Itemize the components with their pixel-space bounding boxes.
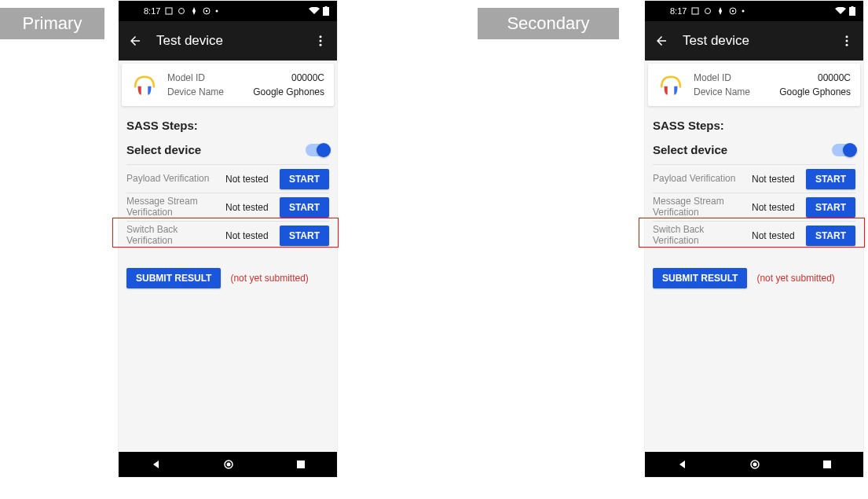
model-id-value: 00000C (818, 72, 851, 83)
model-id-label: Model ID (694, 72, 731, 83)
svg-point-14 (705, 9, 711, 14)
test-row-payload: Payload Verification Not tested START (653, 164, 855, 193)
test-name: Message Stream Verification (126, 196, 221, 217)
battery-icon (323, 6, 329, 16)
more-icon[interactable] (840, 34, 854, 48)
nav-home-icon[interactable] (749, 459, 760, 470)
status-icon-1 (165, 7, 173, 15)
svg-rect-19 (852, 6, 854, 8)
device-card: Model ID 00000C Device Name Google Gphon… (648, 64, 860, 106)
svg-rect-18 (849, 7, 855, 16)
device-card: Model ID 00000C Device Name Google Gphon… (122, 64, 334, 106)
device-name-label: Device Name (167, 86, 224, 97)
start-button[interactable]: START (280, 226, 329, 246)
svg-point-22 (846, 44, 848, 46)
status-bar: 8:17 (119, 1, 337, 21)
page-title: Test device (683, 33, 840, 49)
status-dot-icon (215, 9, 218, 13)
secondary-label: Secondary (478, 8, 619, 39)
nav-back-icon[interactable] (676, 459, 687, 470)
svg-point-7 (320, 35, 322, 38)
status-bar: 8:17 (645, 1, 863, 21)
device-name-value: Google Gphones (253, 86, 324, 97)
back-icon[interactable] (128, 34, 142, 48)
svg-rect-25 (823, 460, 831, 468)
test-row-payload: Payload Verification Not tested START (126, 164, 329, 193)
test-status: Not tested (752, 202, 801, 213)
svg-point-11 (226, 463, 230, 467)
submit-result-button[interactable]: SUBMIT RESULT (126, 268, 221, 288)
page-title: Test device (156, 33, 313, 49)
back-icon[interactable] (654, 34, 668, 48)
main-content: SASS Steps: Select device Payload Verifi… (645, 109, 863, 452)
status-icon-3 (716, 7, 724, 15)
submit-status: (not yet submitted) (230, 273, 308, 284)
battery-icon (849, 6, 855, 16)
start-button[interactable]: START (806, 169, 855, 189)
svg-point-9 (320, 44, 322, 46)
test-name: Switch Back Verification (653, 225, 747, 245)
select-device-toggle[interactable] (306, 144, 329, 156)
test-name: Payload Verification (653, 174, 747, 184)
sass-steps-heading: SASS Steps: (653, 119, 855, 132)
status-settings-icon (729, 7, 737, 15)
svg-point-16 (732, 10, 734, 12)
model-id-label: Model ID (167, 72, 205, 83)
test-row-switch-back: Switch Back Verification Not tested STAR… (653, 221, 855, 249)
start-button[interactable]: START (280, 197, 329, 218)
test-name: Message Stream Verification (653, 196, 747, 217)
submit-result-button[interactable]: SUBMIT RESULT (653, 268, 747, 288)
phone-secondary: 8:17 Test device Model ID 00000C (644, 0, 864, 478)
test-name: Payload Verification (126, 174, 221, 184)
app-bar: Test device (119, 21, 337, 61)
test-status: Not tested (225, 202, 275, 213)
test-status: Not tested (225, 230, 275, 241)
wifi-icon (309, 7, 320, 15)
test-name: Switch Back Verification (126, 225, 221, 245)
nav-home-icon[interactable] (223, 459, 234, 470)
svg-point-21 (846, 40, 848, 42)
headphones-icon (657, 72, 684, 98)
test-status: Not tested (752, 174, 801, 185)
svg-point-20 (846, 35, 848, 38)
start-button[interactable]: START (280, 169, 329, 189)
nav-recent-icon[interactable] (822, 460, 832, 469)
svg-point-24 (753, 463, 756, 467)
nav-bar (119, 452, 337, 477)
svg-rect-5 (323, 7, 329, 16)
svg-rect-6 (325, 6, 328, 8)
test-status: Not tested (752, 230, 801, 241)
primary-label: Primary (0, 8, 104, 39)
more-icon[interactable] (313, 34, 328, 48)
select-device-label: Select device (653, 143, 727, 156)
main-content: SASS Steps: Select device Payload Verifi… (119, 109, 337, 452)
status-icon-2 (704, 7, 712, 15)
test-status: Not tested (225, 174, 275, 185)
app-bar: Test device (645, 21, 863, 61)
select-device-toggle[interactable] (832, 144, 855, 156)
status-dot-icon (742, 9, 745, 13)
start-button[interactable]: START (806, 226, 855, 246)
status-icon-3 (190, 7, 198, 15)
phone-primary: 8:17 Test device Model ID 00000C (118, 0, 338, 478)
svg-rect-12 (297, 460, 305, 468)
submit-status: (not yet submitted) (756, 273, 834, 284)
nav-recent-icon[interactable] (296, 460, 306, 469)
svg-rect-13 (692, 8, 698, 14)
select-device-label: Select device (126, 143, 201, 156)
model-id-value: 00000C (291, 72, 324, 83)
wifi-icon (835, 7, 846, 15)
svg-point-8 (320, 40, 322, 42)
device-name-label: Device Name (694, 86, 750, 97)
device-name-value: Google Gphones (779, 86, 851, 97)
test-row-message-stream: Message Stream Verification Not tested S… (126, 193, 329, 221)
nav-back-icon[interactable] (150, 459, 161, 470)
test-row-switch-back: Switch Back Verification Not tested STAR… (126, 221, 329, 249)
headphones-icon (131, 72, 158, 98)
test-row-message-stream: Message Stream Verification Not tested S… (653, 193, 855, 221)
status-icon-2 (178, 7, 185, 15)
svg-rect-0 (166, 8, 172, 14)
svg-point-1 (179, 9, 185, 14)
start-button[interactable]: START (806, 197, 855, 218)
nav-bar (645, 452, 863, 477)
